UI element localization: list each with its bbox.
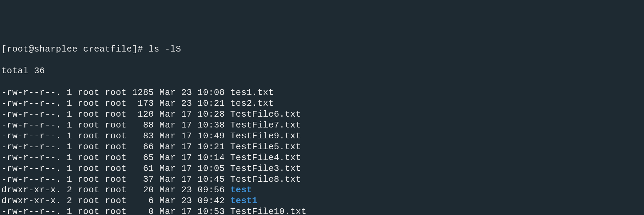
size: 83 <box>132 131 154 141</box>
month: Mar <box>159 174 176 184</box>
links: 1 <box>67 131 72 141</box>
time: 10:14 <box>198 153 225 163</box>
filename: TestFile8.txt <box>230 174 301 184</box>
group: root <box>105 131 127 141</box>
time: 10:28 <box>198 109 225 119</box>
month: Mar <box>159 163 176 174</box>
perms: -rw-r--r--. <box>1 120 61 130</box>
time: 09:56 <box>198 185 225 195</box>
filename: test1 <box>230 196 258 206</box>
day: 23 <box>181 98 192 109</box>
links: 2 <box>67 196 72 206</box>
group: root <box>105 142 127 152</box>
owner: root <box>77 163 99 174</box>
filename: test <box>230 185 252 195</box>
size: 88 <box>132 120 154 130</box>
size: 37 <box>132 174 154 184</box>
owner: root <box>77 98 99 109</box>
day: 17 <box>181 174 192 184</box>
owner: root <box>77 174 99 184</box>
owner: root <box>77 196 99 206</box>
month: Mar <box>159 131 176 141</box>
owner: root <box>77 131 99 141</box>
file-entry: -rw-r--r--. 1 root root 61 Mar 17 10:05 … <box>1 163 643 174</box>
group: root <box>105 196 127 206</box>
links: 1 <box>67 142 72 152</box>
perms: -rw-r--r--. <box>1 131 61 141</box>
perms: -rw-r--r--. <box>1 109 61 119</box>
group: root <box>105 163 127 174</box>
day: 17 <box>181 163 192 174</box>
size: 1285 <box>132 87 154 98</box>
time: 10:08 <box>198 87 225 98</box>
file-entry: -rw-r--r--. 1 root root 0 Mar 17 10:53 T… <box>1 207 643 215</box>
month: Mar <box>159 87 176 98</box>
file-entry: -rw-r--r--. 1 root root 173 Mar 23 10:21… <box>1 98 643 109</box>
owner: root <box>77 207 99 215</box>
size: 66 <box>132 142 154 152</box>
perms: -rw-r--r--. <box>1 174 61 184</box>
terminal-prompt-line: [root@sharplee creatfile]# ls -lS <box>1 44 643 55</box>
owner: root <box>77 185 99 195</box>
month: Mar <box>159 196 176 206</box>
prompt-prefix: [root@sharplee creatfile]# <box>1 44 149 54</box>
perms: -rw-r--r--. <box>1 87 61 98</box>
links: 1 <box>67 109 72 119</box>
filename: TestFile7.txt <box>230 120 301 130</box>
file-entry: -rw-r--r--. 1 root root 66 Mar 17 10:21 … <box>1 142 643 153</box>
month: Mar <box>159 185 176 195</box>
day: 17 <box>181 153 192 163</box>
links: 1 <box>67 153 72 163</box>
perms: -rw-r--r--. <box>1 163 61 174</box>
links: 2 <box>67 185 72 195</box>
file-entry: -rw-r--r--. 1 root root 88 Mar 17 10:38 … <box>1 120 643 131</box>
group: root <box>105 174 127 184</box>
size: 0 <box>132 207 154 215</box>
perms: drwxr-xr-x. <box>1 185 61 195</box>
size: 61 <box>132 163 154 174</box>
day: 23 <box>181 185 192 195</box>
filename: TestFile10.txt <box>230 207 306 215</box>
day: 23 <box>181 196 192 206</box>
time: 10:21 <box>198 98 225 109</box>
month: Mar <box>159 109 176 119</box>
time: 10:38 <box>198 120 225 130</box>
group: root <box>105 207 127 215</box>
links: 1 <box>67 98 72 109</box>
time: 09:42 <box>198 196 225 206</box>
filename: TestFile6.txt <box>230 109 301 119</box>
file-entry: -rw-r--r--. 1 root root 37 Mar 17 10:45 … <box>1 174 643 185</box>
size: 120 <box>132 109 154 119</box>
links: 1 <box>67 87 72 98</box>
total-line: total 36 <box>1 66 643 77</box>
day: 17 <box>181 142 192 152</box>
filename: tes1.txt <box>230 87 274 98</box>
month: Mar <box>159 142 176 152</box>
links: 1 <box>67 120 72 130</box>
day: 17 <box>181 131 192 141</box>
perms: drwxr-xr-x. <box>1 196 61 206</box>
day: 23 <box>181 87 192 98</box>
links: 1 <box>67 174 72 184</box>
links: 1 <box>67 163 72 174</box>
group: root <box>105 98 127 109</box>
group: root <box>105 87 127 98</box>
time: 10:49 <box>198 131 225 141</box>
filename: tes2.txt <box>230 98 274 109</box>
perms: -rw-r--r--. <box>1 153 61 163</box>
size: 65 <box>132 153 154 163</box>
size: 173 <box>132 98 154 109</box>
group: root <box>105 120 127 130</box>
time: 10:45 <box>198 174 225 184</box>
size: 6 <box>132 196 154 206</box>
file-entry: drwxr-xr-x. 2 root root 6 Mar 23 09:42 t… <box>1 196 643 207</box>
month: Mar <box>159 98 176 109</box>
file-entry: -rw-r--r--. 1 root root 65 Mar 17 10:14 … <box>1 153 643 163</box>
perms: -rw-r--r--. <box>1 142 61 152</box>
month: Mar <box>159 120 176 130</box>
file-listing: -rw-r--r--. 1 root root 1285 Mar 23 10:0… <box>1 87 643 215</box>
group: root <box>105 109 127 119</box>
group: root <box>105 185 127 195</box>
file-entry: -rw-r--r--. 1 root root 1285 Mar 23 10:0… <box>1 87 643 98</box>
file-entry: -rw-r--r--. 1 root root 83 Mar 17 10:49 … <box>1 131 643 142</box>
